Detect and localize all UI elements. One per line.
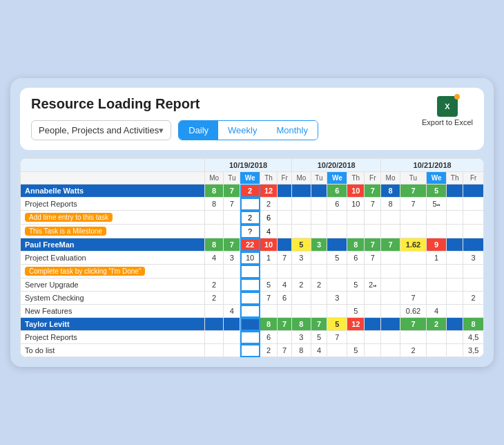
cell: [311, 292, 327, 305]
day-mo-1: Mo: [204, 172, 224, 184]
cell: 2: [260, 344, 278, 357]
view-toggle: Daily Weekly Monthly: [178, 120, 318, 140]
cell: [240, 278, 260, 292]
cell: [278, 238, 292, 252]
cell: 8: [347, 238, 365, 252]
table-row: New Features450.624: [21, 305, 484, 318]
cell: [240, 305, 260, 318]
cell: [327, 305, 347, 318]
table-row: Project Reports8726107875▪: [21, 198, 484, 211]
table-row: Paul FreeMan872210538771.629: [21, 238, 484, 252]
cell: 7: [327, 331, 347, 344]
day-tu-3: Tu: [400, 172, 426, 184]
cell: [427, 211, 447, 225]
cell: 3: [327, 292, 347, 305]
task-tag-label[interactable]: Add time entry to this task: [25, 213, 113, 222]
filter-label: People, Projects and Activities: [39, 125, 159, 135]
person-name: Paul FreeMan: [21, 238, 205, 252]
table-row: To do list2784523,5: [21, 344, 484, 357]
cell: [381, 265, 400, 278]
cell: [204, 265, 224, 278]
cell: 4: [278, 278, 292, 292]
cell: 3: [463, 252, 484, 265]
empty-header: [21, 159, 205, 172]
day-we-2: We: [327, 172, 347, 184]
cell: [240, 318, 260, 331]
cell: [447, 184, 463, 198]
monthly-view-button[interactable]: Monthly: [266, 121, 318, 140]
task-name: New Features: [21, 305, 205, 318]
daily-view-button[interactable]: Daily: [179, 121, 218, 140]
cell: 7: [400, 184, 426, 198]
export-excel-label: Export to Excel: [422, 118, 473, 126]
filter-dropdown[interactable]: People, Projects and Activities ▾: [31, 120, 171, 140]
weekly-view-button[interactable]: Weekly: [218, 121, 266, 140]
cell: 7: [400, 318, 426, 331]
cell: 4: [204, 252, 224, 265]
cell: [224, 318, 240, 331]
cell: 7: [381, 238, 400, 252]
export-excel-button[interactable]: X Export to Excel: [422, 96, 473, 126]
day-mo-3: Mo: [381, 172, 400, 184]
cell: [365, 265, 381, 278]
resource-table-section: 10/19/2018 10/20/2018 10/21/2018 Mo Tu W…: [20, 158, 484, 357]
task-tag-label[interactable]: Complete task by clicking "I'm Done": [25, 267, 145, 276]
cell: [292, 305, 311, 318]
day-th-3: Th: [447, 172, 463, 184]
task-tag-cell: Add time entry to this task: [21, 211, 205, 225]
cell: 2: [260, 198, 278, 211]
cell: [204, 331, 224, 344]
cell: [240, 292, 260, 305]
cell: 2: [292, 278, 311, 292]
cell: 5▪: [427, 198, 447, 211]
cell: [204, 225, 224, 238]
cell: 2: [400, 344, 426, 357]
cell: [400, 225, 426, 238]
cell: [365, 344, 381, 357]
task-name: Project Reports: [21, 198, 205, 211]
cell: [447, 331, 463, 344]
cell: [381, 305, 400, 318]
chevron-down-icon: ▾: [159, 125, 164, 135]
cell: [427, 278, 447, 292]
cell: [311, 265, 327, 278]
cell: [204, 305, 224, 318]
table-row: Complete task by clicking "I'm Done": [21, 265, 484, 278]
task-tag-label[interactable]: This Task is a Milestone: [25, 227, 106, 236]
cell: [427, 331, 447, 344]
cell: [278, 184, 292, 198]
cell: [224, 292, 240, 305]
day-fr-3: Fr: [463, 172, 484, 184]
table-row: Add time entry to this task26: [21, 211, 484, 225]
task-name: Server Upgrade: [21, 278, 205, 292]
page-title: Resource Loading Report: [31, 96, 473, 112]
person-name: Taylor Levitt: [21, 318, 205, 331]
table-row: This Task is a Milestone?4: [21, 225, 484, 238]
cell: [292, 198, 311, 211]
cell: [447, 278, 463, 292]
cell: [447, 225, 463, 238]
day-we-3: We: [427, 172, 447, 184]
cell: 1: [260, 252, 278, 265]
cell: 8: [204, 238, 224, 252]
cell: 8: [260, 318, 278, 331]
cell: [224, 211, 240, 225]
task-tag-cell: This Task is a Milestone: [21, 225, 205, 238]
cell: 12: [347, 318, 365, 331]
cell: [400, 265, 426, 278]
cell: 8: [463, 318, 484, 331]
cell: [347, 292, 365, 305]
cell: [427, 265, 447, 278]
date-header-row: 10/19/2018 10/20/2018 10/21/2018: [21, 159, 484, 172]
cell: [260, 265, 278, 278]
day-header-row: Mo Tu We Th Fr Mo Tu We Th Fr Mo Tu We T…: [21, 172, 484, 184]
cell: [463, 238, 484, 252]
cell: 7: [278, 318, 292, 331]
cell: [311, 211, 327, 225]
cell: [224, 278, 240, 292]
cell: [278, 331, 292, 344]
cell: 5: [347, 305, 365, 318]
cell: [240, 344, 260, 357]
cell: [381, 292, 400, 305]
cell: [311, 252, 327, 265]
